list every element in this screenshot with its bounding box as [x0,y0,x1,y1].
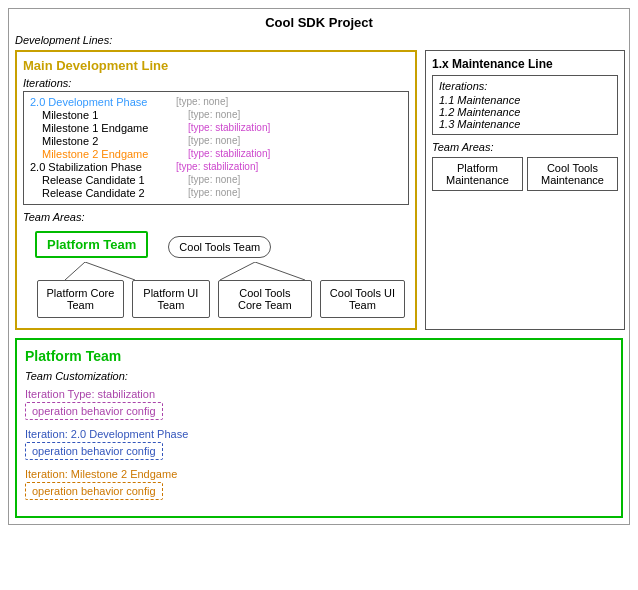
custom-block: Iteration Type: stabilizationoperation b… [25,388,613,420]
page-title: Cool SDK Project [15,15,623,30]
custom-iter-label: Iteration: Milestone 2 Endgame [25,468,613,480]
maint-iterations-label: Iterations: [439,80,611,92]
maint-iteration-row: 1.2 Maintenance [439,106,611,118]
svg-line-2 [220,262,255,280]
maint-iteration-row: 1.3 Maintenance [439,118,611,130]
iteration-name: Milestone 1 Endgame [42,122,182,134]
iteration-type: [type: none] [188,135,240,146]
svg-line-0 [65,262,85,280]
team-areas-label: Team Areas: [23,211,409,223]
iteration-row: Milestone 1 Endgame[type: stabilization] [30,122,402,134]
cool-tools-team-node[interactable]: Cool Tools Team [168,236,271,258]
iteration-type: [type: none] [176,96,228,107]
iteration-type: [type: stabilization] [188,148,270,159]
iteration-row: 2.0 Development Phase[type: none] [30,96,402,108]
custom-block: Iteration: Milestone 2 Endgameoperation … [25,468,613,500]
iteration-type: [type: stabilization] [176,161,258,172]
sub-team-cool-tools-core[interactable]: Cool Tools Core Team [218,280,312,318]
teams-diagram: Platform Team Cool Tools Team [23,227,409,322]
detail-box: Platform Team Team Customization: Iterat… [15,338,623,518]
top-row: Main Development Line Iterations: 2.0 De… [15,50,623,330]
platform-maintenance-box[interactable]: Platform Maintenance [432,157,523,191]
team-customization-label: Team Customization: [25,370,613,382]
maintenance-line-box: 1.x Maintenance Line Iterations: 1.1 Mai… [425,50,625,330]
iteration-type: [type: stabilization] [188,122,270,133]
maintenance-title: 1.x Maintenance Line [432,57,618,71]
config-box[interactable]: operation behavior config [25,442,163,460]
custom-iter-label: Iteration: 2.0 Development Phase [25,428,613,440]
dev-lines-label: Development Lines: [15,34,623,46]
custom-block: Iteration: 2.0 Development Phaseoperatio… [25,428,613,460]
sub-team-cool-tools-ui[interactable]: Cool Tools UI Team [320,280,405,318]
iterations-label: Iterations: [23,77,409,89]
iteration-name: Milestone 2 Endgame [42,148,182,160]
detail-title: Platform Team [25,348,613,364]
iteration-name: Milestone 2 [42,135,182,147]
iteration-type: [type: none] [188,109,240,120]
maint-team-areas: Platform Maintenance Cool Tools Maintena… [432,157,618,191]
config-box[interactable]: operation behavior config [25,402,163,420]
maint-iteration-row: 1.1 Maintenance [439,94,611,106]
iterations-box: 2.0 Development Phase[type: none]Milesto… [23,91,409,205]
iteration-row: Release Candidate 2[type: none] [30,187,402,199]
custom-iter-label: Iteration Type: stabilization [25,388,613,400]
main-dev-title: Main Development Line [23,58,409,73]
sub-teams-row: Platform Core Team Platform UI Team Cool… [37,280,405,318]
config-box[interactable]: operation behavior config [25,482,163,500]
sub-team-platform-core[interactable]: Platform Core Team [37,280,124,318]
iteration-type: [type: none] [188,174,240,185]
iteration-name: Release Candidate 1 [42,174,182,186]
svg-line-3 [255,262,305,280]
maint-iterations-box: Iterations: 1.1 Maintenance1.2 Maintenan… [432,75,618,135]
svg-line-1 [85,262,135,280]
iteration-row: Milestone 2[type: none] [30,135,402,147]
iteration-name: 2.0 Stabilization Phase [30,161,170,173]
iteration-type: [type: none] [188,187,240,198]
iteration-name: 2.0 Development Phase [30,96,170,108]
iteration-row: Milestone 1[type: none] [30,109,402,121]
iteration-row: 2.0 Stabilization Phase[type: stabilizat… [30,161,402,173]
iteration-name: Milestone 1 [42,109,182,121]
iteration-name: Release Candidate 2 [42,187,182,199]
iteration-row: Release Candidate 1[type: none] [30,174,402,186]
sub-team-platform-ui[interactable]: Platform UI Team [132,280,210,318]
cool-tools-maintenance-box[interactable]: Cool Tools Maintenance [527,157,618,191]
main-dev-line-box: Main Development Line Iterations: 2.0 De… [15,50,417,330]
platform-team-node[interactable]: Platform Team [35,231,148,258]
connectors-svg [35,262,405,280]
maint-team-areas-label: Team Areas: [432,141,618,153]
iteration-row: Milestone 2 Endgame[type: stabilization] [30,148,402,160]
outer-container: Cool SDK Project Development Lines: Main… [8,8,630,525]
